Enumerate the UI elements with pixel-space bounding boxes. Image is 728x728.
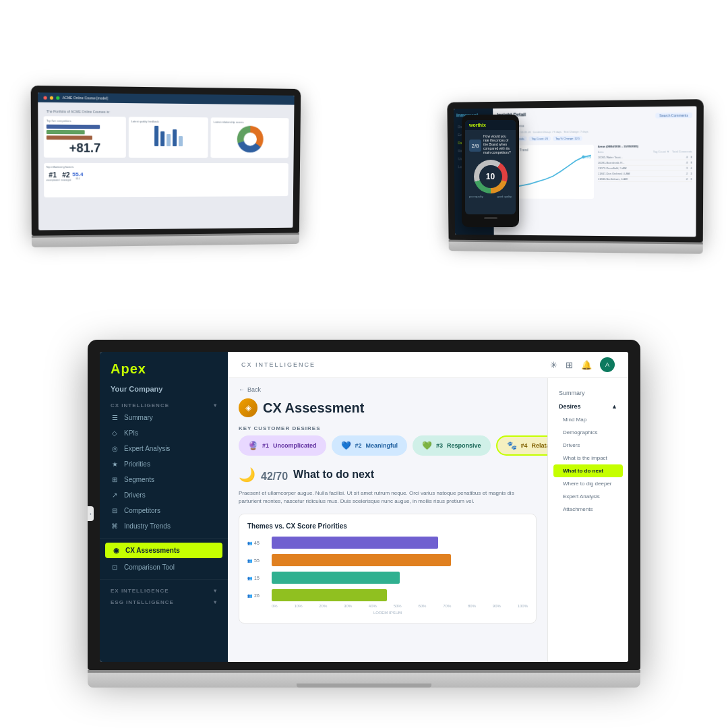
avatar-text: A [605, 361, 609, 368]
desire-num-3: #3 [436, 442, 443, 449]
bg-score-label: 84.4 [72, 177, 83, 180]
sub-nav-attachments[interactable]: Attachments [553, 503, 623, 516]
sidebar-item-priorities[interactable]: ★ Priorities [100, 456, 228, 472]
cx-section-label: CX INTELLIGENCE [111, 402, 169, 408]
sidebar-item-summary[interactable]: ☰ Summary [100, 410, 228, 425]
chart-row-4: 👥 26 [247, 589, 528, 601]
phone-rating-badge: 2/8 [469, 140, 481, 152]
sub-nav-impact[interactable]: What is the impact [553, 452, 623, 464]
score-badge: 42/70 [261, 465, 288, 484]
desires-row: 🔮 #1 Uncomplicated 💙 #2 Meaningful [239, 435, 537, 456]
bg-influence-label: Top influencing factors [46, 165, 286, 169]
sidebar-item-drivers[interactable]: ↗ Drivers [100, 487, 228, 503]
sub-nav-mindmap[interactable]: Mind Map [553, 413, 623, 426]
tr-meta: Anomaly End Date: 10.06.16 Content Group… [497, 129, 692, 133]
score-value: 42 [261, 471, 273, 482]
segments-icon: ⊞ [111, 476, 119, 483]
top-bar: CX INTELLIGENCE ✳ ⊞ 🔔 A [228, 352, 628, 378]
bg-screen-title: ACME Online Course [model] [63, 96, 108, 100]
score-max: 70 [276, 471, 288, 482]
desires-arrow: ▲ [611, 403, 617, 410]
back-arrow-icon: ← [239, 386, 245, 393]
desire-card-3: 💚 #3 Responsive [413, 435, 491, 456]
topbar-icon-star[interactable]: ✳ [550, 360, 557, 370]
main-content: CX INTELLIGENCE ✳ ⊞ 🔔 A [228, 352, 628, 662]
desires-label: Desires [559, 403, 581, 410]
chart-bar-wrap-3 [272, 572, 528, 584]
back-button[interactable]: ← Back [239, 386, 537, 393]
sidebar-item-comparison[interactable]: ⊡ Comparison Tool [100, 559, 228, 575]
person-icon-1: 👥 [247, 541, 252, 545]
chart-val-2: 55 [254, 558, 260, 563]
bg-label-3: Latest relationship scores [214, 120, 286, 124]
sidebar-item-expert[interactable]: ◎ Expert Analysis [100, 441, 228, 456]
chart-row-3: 👥 15 [247, 572, 528, 584]
bg-bottom-1: Top influencing factors #1 uncomplicated… [44, 163, 289, 198]
phone-label-left: poor quality [469, 195, 483, 198]
tr-table-row-2: 10091-Boardmals H...48 [598, 160, 692, 166]
sub-nav-demographics[interactable]: Demographics [553, 426, 623, 439]
desire-icon-3: 💚 [422, 441, 432, 450]
bg-score: +81.7 [47, 141, 123, 156]
base-tr [449, 242, 703, 254]
tr-tag-3: Tag % Change: 12.5 [553, 136, 582, 141]
sidebar-item-competitors[interactable]: ⊟ Competitors [100, 503, 228, 518]
sub-nav-summary[interactable]: Summary [553, 386, 623, 400]
sub-nav-desires[interactable]: Desires ▲ [553, 400, 623, 413]
tr-table-header: Area Tag Count ▼ Total Comments [598, 150, 692, 154]
phone-screen: worthix 2/8 How would you rate the price… [465, 120, 516, 214]
bg-factor-text-1: uncomplicated [46, 179, 59, 181]
phone-rating-text: How would you rate the prices of the Bra… [483, 134, 512, 154]
sub-nav-expert[interactable]: Expert Analysis [553, 490, 623, 503]
kpis-icon: ◇ [111, 429, 119, 437]
tr-col-tag: Tag Count ▼ [653, 150, 669, 153]
sidebar-item-segments[interactable]: ⊞ Segments [100, 472, 228, 487]
axis-0: 0% [272, 604, 278, 608]
bg-col-1 [154, 126, 158, 146]
phone-content: 2/8 How would you rate the prices of the… [465, 130, 516, 202]
key-desires-label: KEY CUSTOMER DESIRES [239, 425, 537, 431]
tr-search: Search Comments [655, 112, 692, 118]
phone-rating-wrap: 2/8 How would you rate the prices of the… [469, 134, 512, 157]
phone-dial: 10 [474, 160, 508, 193]
sub-nav-what-to-do[interactable]: What to do next [553, 464, 623, 477]
dot-yellow [50, 96, 53, 99]
score-moon-icon: 🌙 [239, 466, 255, 483]
chart-row-1: 👥 45 [247, 537, 528, 549]
title-icon-symbol: ◈ [245, 403, 251, 413]
sidebar: Apex Your Company CX INTELLIGENCE ▾ ☰ Su… [100, 352, 228, 662]
topbar-label: CX INTELLIGENCE [241, 361, 315, 368]
sidebar-item-kpis[interactable]: ◇ KPIs [100, 425, 228, 441]
cx-assessments-icon: ◉ [112, 547, 120, 554]
sub-nav-drivers[interactable]: Drivers [553, 439, 623, 452]
sidebar-item-trends[interactable]: ⌘ Industry Trends [100, 518, 228, 534]
bg-col-4 [173, 129, 177, 146]
person-icon-4: 👥 [247, 593, 252, 598]
tr-header: Insight Detail Search Comments [497, 111, 692, 121]
priorities-icon: ★ [111, 460, 119, 468]
avatar[interactable]: A [600, 357, 615, 372]
phone-bezel: worthix 2/8 How would you rate the price… [462, 115, 519, 227]
axis-90: 90% [493, 604, 501, 608]
phone-labels: poor quality good quality [469, 195, 512, 198]
sidebar-label-comparison: Comparison Tool [124, 564, 175, 571]
tr-subtitle: Pos. Attentiveness [497, 122, 692, 127]
bg-screen-content: ACME Online Course [model] The Portfolio… [43, 92, 289, 197]
phone-header: worthix [465, 120, 516, 130]
bg-chart-row: Top five competitors +81.7 Latest qualit… [44, 116, 289, 158]
topbar-icon-grid[interactable]: ⊞ [566, 360, 573, 370]
sidebar-logo: Apex [100, 352, 228, 382]
sub-nav-dig-deeper[interactable]: Where to dig deeper [553, 477, 623, 490]
desire-label-4: Relatable [532, 442, 547, 449]
bg-factor-num-1: #1 [46, 171, 59, 179]
bg-col-3 [166, 134, 171, 146]
phone-home-button [484, 217, 497, 219]
topbar-icon-bell[interactable]: 🔔 [581, 360, 592, 370]
expert-icon: ◎ [111, 445, 119, 452]
sidebar-item-cx-assessments[interactable]: ◉ CX Assessments [105, 543, 222, 558]
summary-icon: ☰ [111, 414, 119, 421]
bg-chart-box-3: Latest relationship scores [211, 117, 289, 158]
page-heading: CX Assessment [263, 400, 364, 416]
page-title-icon: ◈ [239, 398, 257, 417]
tr-table-title: Areas (08/04/2016 – 11/05/2021) [598, 144, 692, 148]
